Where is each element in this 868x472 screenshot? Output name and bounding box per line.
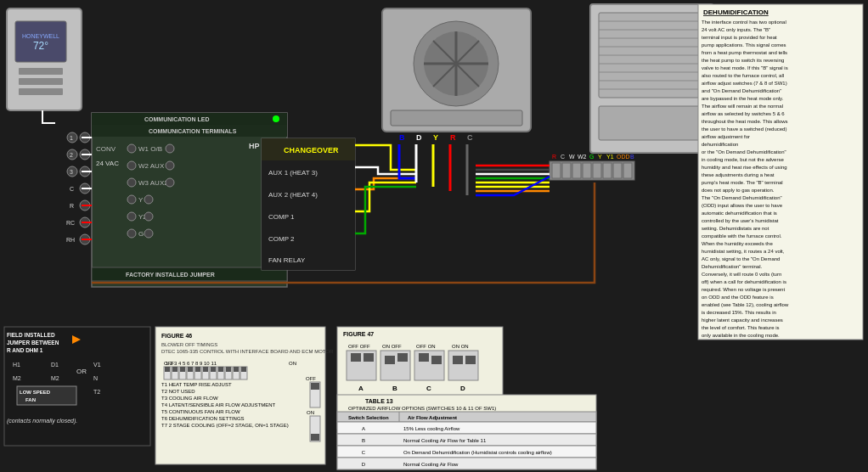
svg-rect-120 [180, 367, 185, 372]
svg-text:M2: M2 [13, 375, 21, 381]
svg-point-33 [144, 229, 153, 238]
svg-point-68 [414, 21, 499, 106]
svg-text:C: C [362, 450, 366, 455]
svg-rect-163 [397, 353, 408, 362]
svg-rect-106 [593, 163, 601, 178]
svg-text:(contacts normally closed).: (contacts normally closed). [7, 418, 77, 424]
svg-line-72 [433, 41, 479, 87]
main-diagram: HONEYWELL 72° COMMUNICATION LED COMMUNIC… [0, 0, 868, 472]
svg-text:OFF  ON: OFF ON [416, 344, 436, 349]
svg-text:N: N [93, 375, 98, 381]
svg-text:Y: Y [138, 196, 144, 204]
svg-text:JUMPER BETWEEN: JUMPER BETWEEN [7, 340, 59, 346]
svg-rect-169 [465, 356, 476, 364]
svg-rect-160 [364, 353, 374, 362]
svg-text:OR: OR [76, 368, 87, 375]
svg-rect-174 [337, 395, 596, 469]
svg-text:required. When no voltage is p: required. When no voltage is present [702, 287, 785, 292]
svg-rect-63 [262, 227, 355, 249]
svg-text:2: 2 [70, 152, 73, 158]
svg-text:Air Flow Adjustment: Air Flow Adjustment [408, 415, 457, 420]
svg-text:airflow adjust switches (7 & 8: airflow adjust switches (7 & 8 of SW1) [702, 81, 787, 86]
svg-text:On Demand Dehumidification (Hu: On Demand Dehumidification (Humidistat c… [403, 450, 552, 455]
svg-text:COMMUNICATION LED: COMMUNICATION LED [144, 116, 209, 122]
svg-text:W2: W2 [578, 154, 587, 160]
svg-rect-117 [172, 367, 178, 379]
svg-rect-121 [187, 367, 194, 379]
svg-text:CONV: CONV [96, 145, 116, 153]
svg-rect-116 [165, 367, 170, 372]
svg-rect-126 [203, 367, 208, 372]
svg-text:C: C [561, 154, 565, 160]
svg-rect-146 [310, 382, 320, 407]
svg-rect-7 [19, 88, 63, 95]
svg-text:W1 O/B: W1 O/B [138, 145, 162, 153]
svg-text:higher latent capacity and inc: higher latent capacity and increases [702, 317, 783, 323]
svg-text:COMP 1: COMP 1 [268, 213, 295, 221]
svg-rect-237 [4, 327, 150, 446]
svg-rect-74 [391, 110, 522, 126]
svg-rect-151 [311, 434, 319, 441]
svg-point-25 [127, 195, 136, 204]
svg-point-19 [127, 161, 136, 170]
svg-text:The airflow will remain at the: The airflow will remain at the normal [702, 104, 783, 109]
svg-text:DTEC 1065-335 CONTROL WITH INT: DTEC 1065-335 CONTROL WITH INTERFACE BOA… [161, 349, 334, 354]
svg-text:LOW SPEED: LOW SPEED [20, 390, 51, 395]
svg-text:When the humidity exceeds the: When the humidity exceeds the [702, 241, 773, 246]
svg-rect-131 [225, 367, 232, 379]
svg-text:RH: RH [66, 237, 75, 243]
svg-point-22 [127, 178, 136, 187]
svg-rect-65 [262, 249, 355, 270]
svg-text:OFF: OFF [306, 376, 316, 381]
svg-text:T3  COOLING AIR FLOW: T3 COOLING AIR FLOW [161, 396, 218, 401]
svg-rect-168 [453, 356, 463, 364]
svg-text:A: A [358, 385, 364, 392]
svg-text:G: G [138, 230, 144, 238]
svg-text:M2: M2 [51, 375, 59, 381]
svg-rect-2 [15, 21, 66, 62]
svg-rect-128 [211, 367, 216, 372]
svg-point-16 [127, 144, 136, 153]
svg-text:off) when a call for dehumidif: off) when a call for dehumidification is [702, 279, 786, 284]
svg-text:T2  NOT USED: T2 NOT USED [161, 389, 195, 394]
svg-rect-162 [385, 356, 395, 364]
svg-text:AUX 2 (HEAT 4): AUX 2 (HEAT 4) [268, 191, 318, 199]
svg-rect-75 [590, 4, 713, 153]
svg-text:humidistat setting, it routes : humidistat setting, it routes a 24 volt, [702, 249, 785, 254]
svg-marker-253 [72, 335, 81, 344]
svg-point-18 [166, 144, 174, 153]
svg-text:3: 3 [70, 169, 73, 175]
svg-rect-132 [226, 367, 231, 372]
svg-text:HP: HP [249, 142, 260, 150]
svg-point-11 [273, 115, 279, 122]
svg-text:G: G [589, 154, 594, 160]
svg-text:only available in the cooling : only available in the cooling mode. [702, 333, 780, 338]
svg-text:1 2 3 4 5 6 7 8 9 10 11: 1 2 3 4 5 6 7 8 9 10 11 [166, 361, 217, 366]
svg-point-50 [80, 217, 90, 228]
svg-rect-105 [583, 163, 591, 178]
svg-rect-5 [19, 68, 63, 75]
wiring-diagram: HONEYWELL 72° COMMUNICATION LED COMMUNIC… [0, 0, 868, 472]
svg-text:W2 AUX: W2 AUX [138, 162, 165, 170]
svg-text:FIGURE 47: FIGURE 47 [343, 331, 374, 337]
svg-rect-118 [172, 367, 178, 372]
svg-text:RC: RC [66, 220, 75, 226]
svg-text:R: R [70, 203, 74, 209]
svg-text:is decreased 15%. This results: is decreased 15%. This results in [702, 310, 776, 315]
svg-point-39 [67, 149, 77, 160]
svg-rect-110 [155, 327, 325, 464]
svg-text:D: D [362, 462, 366, 467]
svg-text:or the "On Demand Dehumidifica: or the "On Demand Dehumidification" [702, 149, 786, 155]
svg-point-52 [80, 234, 90, 244]
svg-text:humidity and heat rise effects: humidity and heat rise effects of using [702, 165, 787, 170]
svg-rect-103 [562, 163, 571, 178]
svg-text:terminal input is provided for: terminal input is provided for heat [702, 35, 777, 40]
svg-rect-181 [337, 422, 596, 434]
svg-text:W3 AUX2: W3 AUX2 [138, 179, 168, 187]
svg-point-69 [424, 31, 488, 96]
svg-text:airflow as selected by switche: airflow as selected by switches 5 & 6 [702, 111, 785, 116]
svg-rect-61 [262, 205, 355, 227]
svg-text:C: C [70, 186, 74, 192]
svg-text:15% Less cooling Airflow: 15% Less cooling Airflow [403, 426, 460, 431]
svg-rect-158 [347, 351, 376, 380]
